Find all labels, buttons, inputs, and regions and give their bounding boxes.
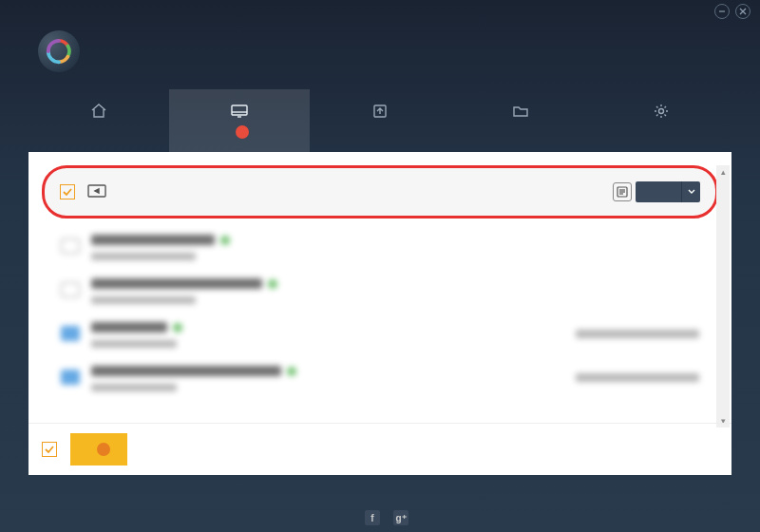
blurred-driver-list <box>42 224 718 399</box>
driver-row-highlighted[interactable] <box>42 165 718 218</box>
backup-icon <box>372 103 388 120</box>
googleplus-link[interactable]: g⁺ <box>393 510 408 525</box>
driver-row-blurred <box>42 312 718 355</box>
download-badge <box>97 443 110 456</box>
tab-settings[interactable] <box>591 89 732 152</box>
row-checkbox[interactable] <box>60 184 75 200</box>
tab-driver-updates[interactable] <box>169 89 310 152</box>
home-icon <box>90 103 107 120</box>
app-logo <box>38 30 80 72</box>
footer-row <box>28 423 732 475</box>
device-monitor-icon <box>86 183 107 200</box>
minimize-button[interactable] <box>714 4 730 19</box>
tab-bar <box>0 89 760 152</box>
brand-header <box>0 23 760 89</box>
tab-backup[interactable] <box>310 89 450 152</box>
folder-icon <box>512 103 529 120</box>
select-all-checkbox[interactable] <box>42 442 57 457</box>
scrollbar[interactable]: ▴ ▾ <box>716 165 730 428</box>
driver-row-blurred <box>42 355 718 399</box>
driver-list-panel: ▴ ▾ <box>28 152 732 475</box>
updates-badge <box>236 125 249 139</box>
driver-row-blurred <box>42 224 718 268</box>
gear-icon <box>654 103 669 120</box>
close-button[interactable] <box>735 4 750 19</box>
driver-row-blurred <box>42 268 718 312</box>
scroll-up-button[interactable]: ▴ <box>716 165 730 179</box>
monitor-icon <box>230 103 249 120</box>
svg-point-7 <box>659 109 664 114</box>
tab-restore[interactable] <box>450 89 591 152</box>
update-dropdown-button[interactable] <box>681 181 700 202</box>
bottom-bar: f g⁺ <box>0 504 760 532</box>
tab-home[interactable] <box>28 89 169 152</box>
details-button[interactable] <box>613 182 632 201</box>
download-install-button[interactable] <box>70 433 127 466</box>
update-button[interactable] <box>636 181 681 202</box>
facebook-link[interactable]: f <box>365 510 380 525</box>
svg-rect-3 <box>232 105 247 115</box>
